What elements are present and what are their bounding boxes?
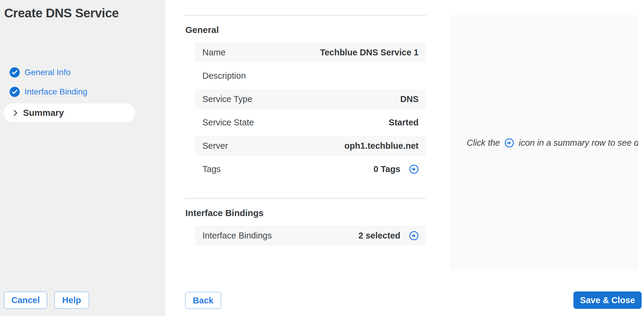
summary-row: Description [195, 66, 426, 86]
step-label: Summary [23, 108, 64, 118]
row-value-wrap: Techblue DNS Service 1 [320, 48, 419, 57]
summary-sections: GeneralNameTechblue DNS Service 1Descrip… [185, 0, 426, 249]
hint-text-after: icon in a summary row to see details. [519, 138, 638, 148]
help-button[interactable]: Help [54, 291, 89, 309]
back-button[interactable]: Back [185, 292, 221, 309]
step-label: Interface Binding [25, 87, 87, 97]
row-label: Tags [202, 164, 221, 174]
row-value-wrap: 2 selected [358, 231, 419, 241]
section-rows: NameTechblue DNS Service 1DescriptionSer… [185, 42, 426, 179]
step-summary-current[interactable]: Summary [4, 104, 135, 122]
step-label: General Info [25, 68, 71, 77]
cancel-button[interactable]: Cancel [4, 291, 47, 309]
hint-text-before: Click the [467, 138, 500, 148]
row-label: Service Type [202, 94, 252, 104]
row-label: Service State [202, 118, 254, 127]
section-title: Interface Bindings [185, 208, 426, 218]
summary-section: GeneralNameTechblue DNS Service 1Descrip… [185, 15, 426, 179]
check-circle-icon [10, 87, 20, 97]
arrow-circle-right-icon[interactable] [409, 231, 419, 240]
step-general-info[interactable]: General Info [10, 67, 71, 78]
row-value: oph1.techblue.net [344, 141, 419, 151]
summary-row: Tags0 Tags [195, 159, 426, 179]
detail-hint-panel: Click the icon in a summary row to see d… [449, 15, 638, 271]
row-value-wrap: DNS [400, 94, 419, 104]
page-title: Create DNS Service [4, 6, 119, 20]
row-value: DNS [400, 94, 419, 104]
arrow-circle-right-icon[interactable] [409, 165, 419, 174]
summary-row: Service TypeDNS [195, 89, 426, 109]
chevron-right-icon [11, 109, 19, 117]
row-value-wrap: oph1.techblue.net [344, 141, 419, 151]
save-and-close-button[interactable]: Save & Close [573, 291, 642, 309]
create-dns-service-dialog: Create DNS Service General Info Interfac… [0, 0, 644, 316]
row-label: Description [202, 71, 246, 81]
detail-hint-text: Click the icon in a summary row to see d… [449, 138, 638, 148]
summary-row: Serveroph1.techblue.net [195, 136, 426, 156]
row-label: Server [202, 141, 228, 151]
row-label: Interface Bindings [202, 231, 272, 241]
row-value-wrap: 0 Tags [373, 164, 419, 174]
arrow-circle-right-icon [505, 138, 514, 148]
wizard-sidebar: Create DNS Service General Info Interfac… [0, 0, 165, 316]
row-value: Started [389, 118, 419, 127]
section-divider [185, 15, 426, 16]
summary-row: Interface Bindings2 selected [195, 226, 426, 245]
row-value: 2 selected [358, 231, 400, 241]
summary-row: NameTechblue DNS Service 1 [195, 42, 426, 62]
section-divider [185, 198, 426, 199]
summary-row: Service StateStarted [195, 113, 426, 132]
section-title: General [185, 25, 426, 35]
summary-section: Interface BindingsInterface Bindings2 se… [185, 198, 426, 245]
step-interface-binding[interactable]: Interface Binding [10, 86, 87, 97]
row-value: 0 Tags [373, 164, 400, 174]
row-label: Name [202, 48, 225, 57]
section-rows: Interface Bindings2 selected [185, 226, 426, 245]
check-circle-icon [10, 67, 20, 78]
row-value: Techblue DNS Service 1 [320, 48, 419, 57]
row-value-wrap: Started [389, 118, 419, 127]
